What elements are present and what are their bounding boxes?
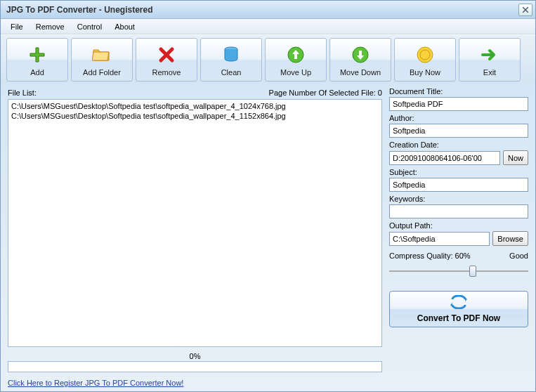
add-button[interactable]: Add bbox=[6, 38, 68, 81]
titlebar: JPG To PDF Converter - Unegistered bbox=[1, 1, 535, 19]
buy-now-button[interactable]: Buy Now bbox=[394, 38, 456, 81]
buy-now-label: Buy Now bbox=[410, 68, 440, 77]
plus-icon bbox=[26, 44, 48, 66]
left-pane: File List: Page Number Of Selected File:… bbox=[8, 87, 382, 372]
convert-label: Convert To PDF Now bbox=[417, 313, 500, 323]
add-folder-button[interactable]: Add Folder bbox=[71, 38, 133, 81]
remove-button[interactable]: Remove bbox=[136, 38, 197, 81]
filelist-header: File List: Page Number Of Selected File:… bbox=[8, 87, 382, 99]
output-path-label: Output Path: bbox=[389, 221, 528, 230]
move-up-button[interactable]: Move Up bbox=[265, 38, 327, 81]
page-number-label: Page Number Of Selected File: 0 bbox=[269, 89, 382, 97]
move-down-button[interactable]: Move Down bbox=[329, 38, 391, 81]
list-item[interactable]: C:\Users\MSGuest\Desktop\Softpedia test\… bbox=[11, 111, 379, 121]
clean-label: Clean bbox=[221, 68, 242, 77]
close-button[interactable] bbox=[518, 4, 532, 16]
menubar: File Remove Control About bbox=[1, 19, 535, 34]
folder-icon bbox=[91, 44, 113, 66]
convert-icon bbox=[450, 295, 467, 311]
subject-label: Subject: bbox=[389, 168, 528, 176]
menu-about[interactable]: About bbox=[109, 21, 140, 32]
output-path-input[interactable] bbox=[389, 232, 490, 246]
toolbar: Add Add Folder Remove Clean Move Up bbox=[1, 34, 535, 84]
main-area: File List: Page Number Of Selected File:… bbox=[1, 84, 535, 377]
list-item[interactable]: C:\Users\MSGuest\Desktop\Softpedia test\… bbox=[11, 101, 379, 111]
move-up-label: Move Up bbox=[280, 68, 311, 77]
quality-slider[interactable] bbox=[389, 263, 528, 278]
coin-icon bbox=[414, 44, 436, 66]
keywords-label: Keywords: bbox=[389, 195, 528, 203]
keywords-input[interactable] bbox=[389, 204, 528, 218]
add-label: Add bbox=[30, 68, 44, 77]
creation-date-input[interactable] bbox=[389, 151, 500, 165]
move-down-label: Move Down bbox=[340, 68, 381, 77]
exit-button[interactable]: Exit bbox=[459, 38, 521, 81]
progress-label: 0% bbox=[8, 351, 382, 361]
right-pane: Document Title: Author: Creation Date: N… bbox=[389, 87, 528, 372]
arrow-up-icon bbox=[285, 44, 307, 66]
progress-bar bbox=[8, 361, 382, 372]
author-label: Author: bbox=[389, 114, 528, 122]
convert-button[interactable]: Convert To PDF Now bbox=[389, 291, 528, 327]
remove-label: Remove bbox=[152, 68, 181, 77]
compress-quality-rating: Good bbox=[509, 251, 528, 260]
progress-area: 0% bbox=[8, 351, 382, 372]
app-window: JPG To PDF Converter - Unegistered File … bbox=[0, 0, 536, 392]
arrow-down-icon bbox=[349, 44, 372, 66]
creation-date-label: Creation Date: bbox=[389, 141, 528, 149]
menu-control[interactable]: Control bbox=[72, 21, 107, 32]
compress-quality-label: Compress Quality: 60% bbox=[389, 251, 471, 260]
menu-remove[interactable]: Remove bbox=[30, 21, 70, 32]
filelist-label: File List: bbox=[8, 89, 37, 97]
browse-button[interactable]: Browse bbox=[492, 231, 528, 246]
now-button[interactable]: Now bbox=[503, 150, 528, 165]
slider-track bbox=[389, 270, 528, 272]
doc-title-label: Document Title: bbox=[389, 87, 528, 96]
doc-title-input[interactable] bbox=[389, 97, 528, 111]
exit-icon bbox=[478, 44, 501, 66]
menu-file[interactable]: File bbox=[5, 21, 29, 32]
remove-icon bbox=[155, 44, 178, 66]
svg-point-3 bbox=[417, 47, 433, 63]
register-link[interactable]: Click Here to Register JPG To PDF Conver… bbox=[8, 379, 183, 387]
author-input[interactable] bbox=[389, 124, 528, 138]
subject-input[interactable] bbox=[389, 178, 528, 192]
exit-label: Exit bbox=[483, 68, 496, 77]
slider-thumb[interactable] bbox=[469, 266, 476, 277]
trash-icon bbox=[220, 44, 242, 66]
window-title: JPG To PDF Converter - Unegistered bbox=[6, 5, 518, 15]
add-folder-label: Add Folder bbox=[83, 68, 121, 77]
footer: Click Here to Register JPG To PDF Conver… bbox=[1, 377, 535, 391]
quality-row: Compress Quality: 60% Good bbox=[389, 251, 528, 260]
clean-button[interactable]: Clean bbox=[200, 38, 262, 81]
file-list[interactable]: C:\Users\MSGuest\Desktop\Softpedia test\… bbox=[8, 99, 382, 347]
close-icon bbox=[523, 7, 528, 13]
